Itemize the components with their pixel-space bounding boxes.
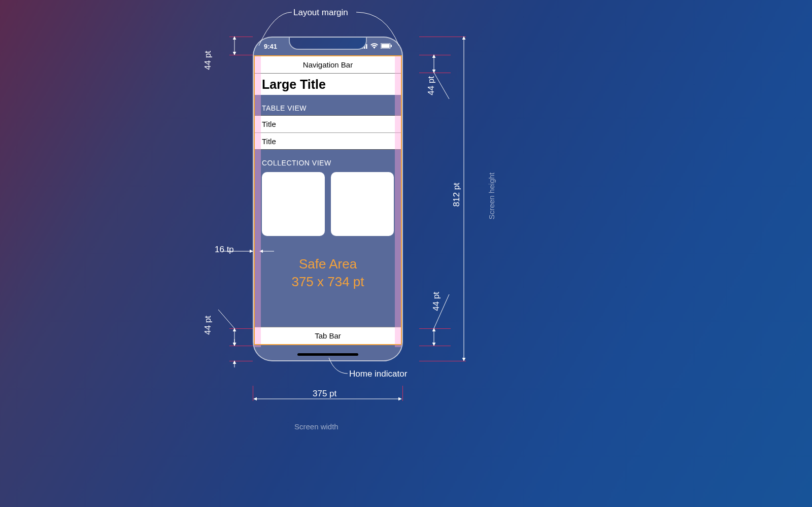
tick (253, 386, 253, 401)
label-screen-width-val: 375 pt (313, 389, 336, 399)
navigation-bar-label: Navigation Bar (303, 60, 353, 69)
tick (419, 37, 466, 37)
large-title-text: Large Title (262, 77, 326, 92)
label-screen-height-val: 812 pt (452, 183, 462, 207)
navigation-bar: Navigation Bar (255, 56, 401, 74)
tick (419, 361, 466, 361)
tick (229, 55, 253, 55)
label-statusbar-44: 44 pt (203, 51, 213, 70)
phone-content: Navigation Bar Large Title TABLE VIEW Ti… (255, 56, 401, 344)
label-layout-margin: Layout margin (293, 8, 348, 18)
tick (229, 361, 253, 361)
tab-bar-label: Tab Bar (315, 331, 341, 340)
status-time: 9:41 (264, 43, 277, 50)
wifi-icon (370, 43, 378, 50)
collection-view-header: COLLECTION VIEW (255, 150, 401, 170)
tick (419, 73, 451, 73)
tick (229, 37, 253, 37)
tick (419, 346, 451, 346)
safe-area-dims: 375 x 734 pt (255, 274, 401, 290)
large-title: Large Title (255, 74, 401, 95)
collection-view (255, 170, 401, 236)
home-indicator-bar (297, 353, 358, 356)
tab-bar: Tab Bar (255, 327, 401, 344)
table-view-header: TABLE VIEW (255, 95, 401, 115)
safe-area-label: Safe Area 375 x 734 pt (255, 256, 401, 290)
phone-frame: 9:41 Navigation Bar Large Title TABLE VI… (253, 37, 403, 361)
label-screen-width: Screen width (294, 422, 339, 431)
label-screen-height: Screen height (487, 173, 496, 220)
label-tabbar-44-right: 44 pt (431, 292, 442, 311)
annotation-lines (0, 0, 812, 507)
table-row: Title (255, 116, 401, 132)
label-home-indicator: Home indicator (349, 369, 407, 379)
collection-card (331, 172, 394, 236)
row-label: Title (262, 120, 276, 128)
battery-icon (381, 43, 392, 50)
tick (419, 55, 451, 55)
collection-card (262, 172, 325, 236)
svg-line-14 (218, 310, 234, 328)
notch (289, 37, 367, 50)
tick (229, 328, 253, 329)
tick (229, 346, 253, 346)
svg-rect-3 (366, 44, 367, 49)
label-margin-16: 16 tp (215, 245, 234, 255)
safe-area-title: Safe Area (255, 256, 401, 272)
table-row: Title (255, 132, 401, 149)
table-view: Title Title (255, 115, 401, 150)
label-navbar-44: 44 pt (426, 76, 436, 95)
row-label: Title (262, 137, 276, 146)
layout-margin-left (254, 55, 261, 347)
tick (419, 328, 451, 329)
tick (402, 386, 403, 401)
svg-rect-5 (382, 44, 390, 48)
label-tabbar-44-left: 44 pt (203, 316, 213, 335)
layout-margin-right (395, 55, 402, 347)
svg-rect-6 (391, 45, 392, 47)
